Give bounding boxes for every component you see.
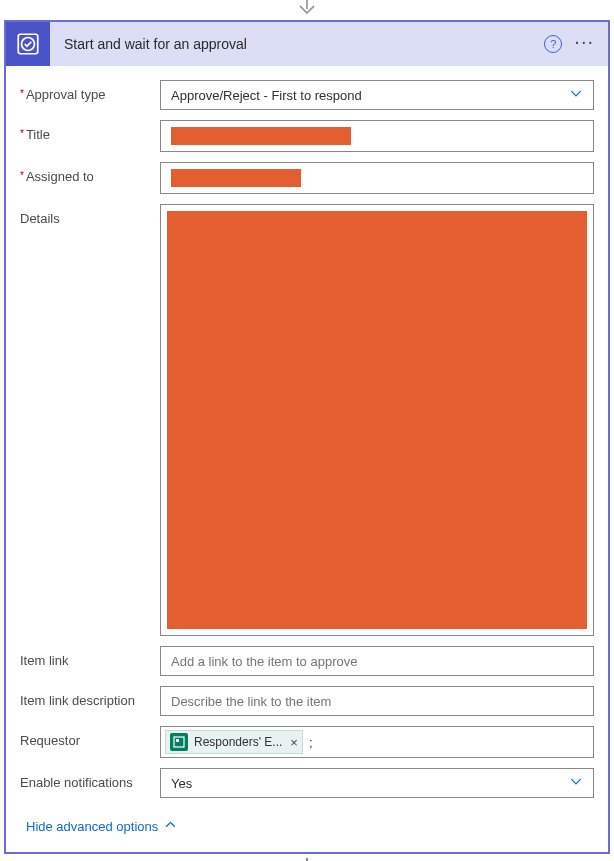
- item-link-label: Item link: [20, 646, 160, 668]
- item-link-input[interactable]: [160, 646, 594, 676]
- approval-type-select[interactable]: Approve/Reject - First to respond: [160, 80, 594, 110]
- card-body: Approval type Approve/Reject - First to …: [6, 66, 608, 852]
- top-connector-arrow: [0, 0, 614, 16]
- chevron-down-icon: [569, 775, 583, 792]
- title-label: Title: [20, 120, 160, 142]
- details-label: Details: [20, 204, 160, 226]
- card-title: Start and wait for an approval: [50, 36, 544, 52]
- enable-notifications-label: Enable notifications: [20, 768, 160, 790]
- enable-notifications-value: Yes: [171, 776, 192, 791]
- approval-icon: [6, 22, 50, 66]
- enable-notifications-select[interactable]: Yes: [160, 768, 594, 798]
- approval-type-value: Approve/Reject - First to respond: [171, 88, 362, 103]
- item-link-row: Item link: [20, 646, 594, 676]
- approval-type-label: Approval type: [20, 80, 160, 102]
- item-link-desc-input[interactable]: [160, 686, 594, 716]
- redacted-details-value: [167, 211, 587, 629]
- assigned-to-label: Assigned to: [20, 162, 160, 184]
- chevron-up-icon: [158, 818, 177, 834]
- token-separator: ;: [309, 735, 313, 750]
- enable-notifications-row: Enable notifications Yes: [20, 768, 594, 798]
- assigned-to-input[interactable]: [160, 162, 594, 194]
- title-row: Title: [20, 120, 594, 152]
- approval-action-card: Start and wait for an approval ? ··· App…: [4, 20, 610, 854]
- details-input[interactable]: [160, 204, 594, 636]
- redacted-assigned-to-value: [171, 169, 301, 187]
- item-link-desc-field[interactable]: [171, 694, 583, 709]
- help-icon[interactable]: ?: [544, 35, 562, 53]
- card-header[interactable]: Start and wait for an approval ? ···: [6, 22, 608, 66]
- more-menu-icon[interactable]: ···: [572, 30, 602, 59]
- forms-icon: [170, 733, 188, 751]
- requestor-label: Requestor: [20, 726, 160, 748]
- assigned-to-row: Assigned to: [20, 162, 594, 194]
- item-link-field[interactable]: [171, 654, 583, 669]
- requestor-row: Requestor Responders' E... × ;: [20, 726, 594, 758]
- token-remove-icon[interactable]: ×: [290, 735, 298, 750]
- item-link-desc-label: Item link description: [20, 686, 160, 708]
- chevron-down-icon: [569, 87, 583, 104]
- svg-rect-4: [176, 739, 179, 742]
- requestor-input[interactable]: Responders' E... × ;: [160, 726, 594, 758]
- hide-advanced-options-link[interactable]: Hide advanced options: [26, 818, 177, 834]
- approval-type-row: Approval type Approve/Reject - First to …: [20, 80, 594, 110]
- redacted-title-value: [171, 127, 351, 145]
- title-input[interactable]: [160, 120, 594, 152]
- token-text: Responders' E...: [194, 735, 282, 749]
- details-row: Details: [20, 204, 594, 636]
- item-link-desc-row: Item link description: [20, 686, 594, 716]
- responders-email-token[interactable]: Responders' E... ×: [165, 730, 303, 754]
- hide-advanced-text: Hide advanced options: [26, 819, 158, 834]
